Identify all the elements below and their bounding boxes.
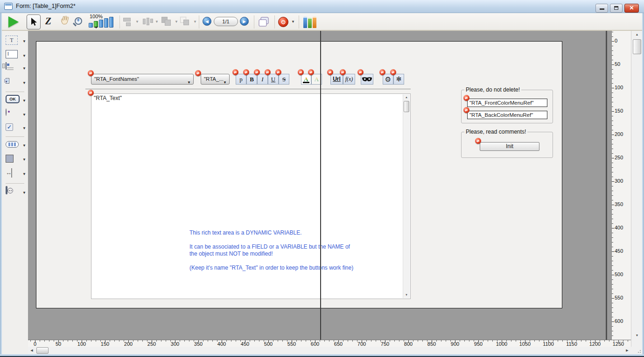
text-tool-caret-icon[interactable]: ▼	[22, 39, 26, 43]
scroll-right-icon[interactable]: ▶	[623, 347, 631, 354]
url-button[interactable]: Url	[330, 74, 343, 85]
button-tool-caret-icon[interactable]: ▼	[22, 99, 26, 103]
form-width-limit-line[interactable]	[320, 31, 321, 340]
combobox-tool-button[interactable]: I▼▼	[6, 77, 26, 88]
checkbox-tool-button[interactable]: ✓▼	[6, 122, 26, 134]
mask-button[interactable]	[361, 74, 373, 85]
horizontal-scroll-thumb[interactable]	[36, 347, 49, 354]
action-caret-icon[interactable]: ▼	[291, 20, 295, 24]
level-button[interactable]	[161, 16, 173, 31]
vertical-scrollbar[interactable]: ▲ ▼	[631, 31, 642, 347]
radio-tool-caret-icon[interactable]: ▼	[22, 113, 26, 117]
v-ruler-label: 50	[615, 61, 620, 67]
input-tool-button[interactable]: I▼	[6, 50, 26, 61]
zoom-bar-200[interactable]	[99, 20, 103, 28]
v-ruler-label: 500	[615, 271, 623, 277]
scroll-down-icon[interactable]: ▼	[632, 332, 642, 339]
next-page-button[interactable]: ▶	[240, 17, 249, 26]
back-color-menu-field[interactable]: "RTA_BackColorMenuRef"	[467, 111, 547, 119]
rta-scroll-down-icon[interactable]: ▼	[403, 292, 410, 298]
settings-button[interactable]: ⚙	[383, 74, 393, 85]
distribute-button[interactable]	[142, 17, 153, 32]
resize-grip[interactable]	[631, 347, 642, 354]
h-ruler-label: 300	[168, 341, 182, 347]
checkbox-tool-caret-icon[interactable]: ▼	[22, 126, 26, 130]
rta-scroll-thumb[interactable]	[404, 101, 409, 112]
previous-page-button[interactable]: ◀	[203, 17, 211, 26]
special-button[interactable]: ✻	[393, 74, 404, 85]
paragraph-button[interactable]: p	[236, 74, 246, 85]
scroll-up-icon[interactable]: ▲	[632, 31, 642, 38]
zoom-bar-50[interactable]	[89, 23, 93, 28]
titlebar[interactable]: Form: [Table_1]Form2* ✕	[0, 0, 644, 13]
align-caret-icon[interactable]: ▼	[135, 20, 139, 24]
dynamic-variable-badge-icon: ⇄	[475, 138, 481, 144]
zoom-bar-800[interactable]	[109, 17, 113, 28]
zoom-bars[interactable]	[89, 17, 113, 28]
rta-scrollbar[interactable]: ▲ ▼	[403, 94, 410, 298]
plugin-tool-button[interactable]: ▼	[6, 187, 26, 198]
maximize-button[interactable]	[610, 4, 623, 13]
library-button[interactable]	[303, 16, 319, 28]
button-tool-button[interactable]: OK▼	[6, 95, 26, 106]
underline-button[interactable]: U	[268, 74, 279, 85]
form-design-canvas[interactable]: "RTA_FontNames"▼ "RTA_...▼ p B I U S A A…	[28, 31, 611, 340]
hand-tool-button[interactable]	[59, 16, 70, 31]
combobox-tool-icon: I▼	[6, 78, 9, 84]
splitter-tool-button[interactable]: ↔▼	[6, 168, 26, 179]
italic-label: I	[261, 76, 263, 83]
close-button[interactable]: ✕	[624, 4, 639, 13]
rectangle-tool-caret-icon[interactable]: ▼	[22, 157, 26, 162]
level-caret-icon[interactable]: ▼	[175, 20, 178, 24]
action-menu-button[interactable]: ⚙	[278, 17, 288, 27]
distribute-caret-icon[interactable]: ▼	[155, 20, 159, 24]
zoom-bar-100[interactable]	[94, 21, 98, 28]
zoom-level-widget[interactable]: 100%	[89, 14, 117, 29]
dynamic-variable-badge-icon: ⇄	[463, 107, 469, 113]
entry-order-button[interactable]: Z	[45, 15, 51, 30]
init-button[interactable]: Init	[480, 142, 539, 151]
vertical-scroll-thumb[interactable]	[633, 39, 641, 54]
font-names-dropdown[interactable]: "RTA_FontNames"▼	[91, 74, 194, 85]
scroll-left-icon[interactable]: ◀	[28, 347, 35, 354]
zoom-tool-button[interactable]	[75, 17, 82, 32]
back-color-icon: A	[315, 76, 319, 83]
tabcontrol-tool-icon	[6, 141, 19, 148]
align-button[interactable]	[123, 17, 133, 32]
font-names-caret-icon: ▼	[187, 78, 191, 87]
splitter-tool-caret-icon[interactable]: ▼	[22, 172, 26, 176]
group-do-not-delete: Please, do not delete! "RTA_FrontColorMe…	[461, 90, 553, 123]
listbox-tool-button[interactable]: ▼	[6, 63, 26, 74]
bold-label: B	[250, 76, 254, 83]
rta-scroll-up-icon[interactable]: ▲	[403, 94, 410, 100]
front-color-menu-field[interactable]: "RTA_FrontColorMenuRef"	[467, 99, 547, 107]
listbox-tool-icon	[6, 62, 7, 70]
run-form-button[interactable]	[8, 16, 19, 31]
rectangle-tool-button[interactable]: ▼	[6, 154, 26, 165]
radio-tool-button[interactable]: ▼	[6, 109, 26, 120]
strikethrough-button[interactable]: S	[279, 74, 289, 85]
listbox-tool-caret-icon[interactable]: ▼	[22, 66, 26, 71]
rich-text-area[interactable]: "RTA_Text" This rich text area is a DYNA…	[91, 93, 411, 299]
zoom-bar-400[interactable]	[104, 18, 108, 28]
group-button[interactable]	[180, 16, 191, 31]
plugin-tool-caret-icon[interactable]: ▼	[22, 191, 26, 195]
rta-comment-text: This rich text area is a DYNAMIC VARIABL…	[189, 229, 358, 278]
v-ruler-label: 350	[615, 201, 623, 207]
formula-button[interactable]: f(x)	[343, 74, 355, 85]
italic-button[interactable]: I	[257, 74, 268, 85]
group-caret-icon[interactable]: ▼	[193, 20, 197, 24]
comment-line-1: This rich text area is a DYNAMIC VARIABL…	[189, 229, 358, 236]
font-color-button[interactable]: A	[301, 74, 311, 85]
minimize-button[interactable]	[595, 4, 608, 13]
display-list-button[interactable]	[258, 16, 270, 31]
combobox-tool-caret-icon[interactable]: ▼	[22, 81, 26, 85]
bold-button[interactable]: B	[246, 74, 257, 85]
text-tool-button[interactable]: T▼	[6, 36, 26, 47]
tabcontrol-tool-caret-icon[interactable]: ▼	[22, 143, 26, 148]
font-style-dropdown[interactable]: "RTA_...▼	[201, 74, 230, 85]
input-tool-caret-icon[interactable]: ▼	[22, 54, 26, 58]
pointer-tool-button[interactable]	[27, 14, 41, 29]
horizontal-scrollbar[interactable]: ◀ ▶	[28, 347, 631, 354]
tabcontrol-tool-button[interactable]: ▼	[6, 140, 26, 151]
